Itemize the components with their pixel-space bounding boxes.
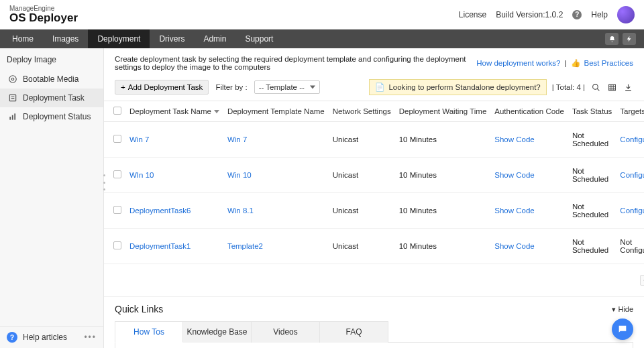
- col-template-name[interactable]: Deployment Template Name: [223, 101, 329, 122]
- task-name-link[interactable]: DeploymentTask1: [129, 242, 191, 250]
- table-view-icon[interactable]: [606, 82, 617, 92]
- show-code-link[interactable]: Show Code: [494, 171, 534, 179]
- how-deployment-works-link[interactable]: How deployment works?: [476, 59, 560, 67]
- network-settings: Unicast: [333, 242, 358, 250]
- col-wait[interactable]: Deployment Waiting Time: [395, 101, 491, 122]
- targets[interactable]: Configured: [620, 171, 644, 179]
- sidebar-item-label: Deployment Task: [23, 93, 85, 103]
- row-checkbox[interactable]: [113, 135, 121, 143]
- main-content: Create deployment task by selecting the …: [104, 48, 644, 348]
- toolbar: + Add Deployment Task Filter by : -- Tem…: [104, 76, 644, 101]
- table-row: DeploymentTask1Template2Unicast10 Minute…: [104, 229, 644, 264]
- prev-page-button[interactable]: ‹: [640, 275, 644, 286]
- show-code-link[interactable]: Show Code: [494, 242, 534, 250]
- row-checkbox[interactable]: [113, 241, 121, 249]
- targets[interactable]: Configured: [620, 135, 644, 143]
- task-status: Not Scheduled: [572, 167, 608, 183]
- help-icon[interactable]: ?: [572, 10, 582, 19]
- help-link[interactable]: Help: [591, 10, 608, 19]
- task-status: Not Scheduled: [572, 131, 608, 148]
- sidebar-item-deployment-task[interactable]: Deployment Task: [0, 89, 103, 107]
- svg-point-1: [11, 78, 14, 80]
- add-deployment-task-button[interactable]: + Add Deployment Task: [115, 80, 209, 95]
- page-description: Create deployment task by selecting the …: [115, 55, 470, 71]
- separator: |: [565, 59, 567, 67]
- nav-admin[interactable]: Admin: [194, 30, 235, 48]
- sidebar-item-label: Bootable Media: [23, 74, 78, 84]
- chat-fab[interactable]: [612, 318, 633, 340]
- svg-rect-5: [14, 113, 15, 119]
- nav-images[interactable]: Images: [43, 30, 88, 48]
- col-status[interactable]: Task Status: [568, 101, 616, 122]
- page-description-row: Create deployment task by selecting the …: [104, 48, 644, 76]
- top-header: ManageEngine OS Deployer License Build V…: [0, 0, 644, 30]
- best-practices-link[interactable]: Best Practices: [584, 59, 634, 67]
- show-code-link[interactable]: Show Code: [494, 135, 534, 143]
- help-articles-button[interactable]: ? Help articles: [7, 332, 67, 343]
- filter-template-select[interactable]: -- Template --: [254, 80, 320, 94]
- table-row: DeploymentTask6Win 8.1Unicast10 MinutesS…: [104, 193, 644, 229]
- row-checkbox[interactable]: [113, 170, 121, 178]
- waiting-time: 10 Minutes: [399, 207, 437, 215]
- filter-value: -- Template --: [259, 83, 305, 91]
- license-link[interactable]: License: [459, 10, 486, 19]
- avatar[interactable]: [617, 6, 635, 23]
- template-name-link[interactable]: Win 10: [227, 171, 252, 179]
- top-right: License Build Version:1.0.2 ? Help: [459, 6, 635, 23]
- sidebar: Deploy Image Bootable Media Deployment T…: [0, 48, 104, 348]
- template-name-link[interactable]: Win 8.1: [227, 207, 254, 215]
- search-icon[interactable]: [590, 82, 601, 92]
- task-status: Not Scheduled: [572, 238, 608, 254]
- nav-home[interactable]: Home: [3, 30, 43, 48]
- tab-videos[interactable]: Videos: [252, 321, 320, 343]
- sidebar-item-bootable-media[interactable]: Bootable Media: [0, 70, 103, 89]
- nav-deployment[interactable]: Deployment: [88, 30, 150, 48]
- tab-how-tos[interactable]: How Tos: [115, 321, 183, 343]
- quick-links-body: How to perform Hardware independent depl…: [115, 342, 633, 348]
- nav-support[interactable]: Support: [235, 30, 282, 48]
- task-status: Not Scheduled: [572, 202, 608, 219]
- quick-action-icon[interactable]: [623, 33, 636, 45]
- waiting-time: 10 Minutes: [399, 242, 437, 250]
- tab-knowledge-base[interactable]: Knowledge Base: [183, 321, 252, 343]
- col-auth[interactable]: Authentication Code: [490, 101, 568, 122]
- col-task-name[interactable]: Deployment Task Name: [125, 101, 223, 122]
- total-count: | Total: 4 |: [552, 83, 585, 91]
- svg-rect-3: [9, 117, 11, 120]
- table-row: Win 7Win 7Unicast10 MinutesShow CodeNot …: [104, 122, 644, 158]
- task-name-link[interactable]: Win 7: [129, 135, 149, 143]
- more-options-icon[interactable]: •••: [84, 333, 97, 342]
- col-targets[interactable]: Targets: [616, 101, 644, 122]
- hide-quick-links-button[interactable]: ▾ Hide: [612, 305, 633, 314]
- add-button-label: Add Deployment Task: [128, 83, 203, 91]
- sidebar-bottom: ? Help articles •••: [0, 326, 103, 348]
- main-nav: Home Images Deployment Drivers Admin Sup…: [0, 30, 644, 48]
- sidebar-item-deployment-status[interactable]: Deployment Status: [0, 107, 103, 126]
- svg-rect-7: [608, 84, 615, 91]
- filter-label: Filter by :: [215, 83, 247, 91]
- task-icon: [8, 93, 17, 103]
- template-name-link[interactable]: Template2: [227, 242, 263, 250]
- plus-icon: +: [121, 83, 125, 91]
- network-settings: Unicast: [333, 171, 358, 179]
- select-all-checkbox[interactable]: [113, 107, 121, 115]
- standalone-deployment-banner[interactable]: 📄 Looking to perform Standalone deployme…: [369, 79, 546, 95]
- waiting-time: 10 Minutes: [399, 171, 437, 179]
- table-header-row: Deployment Task Name Deployment Template…: [104, 101, 644, 122]
- nav-drivers[interactable]: Drivers: [150, 30, 194, 48]
- waiting-time: 10 Minutes: [399, 135, 437, 143]
- standalone-text: Looking to perform Standalone deployment…: [388, 83, 540, 91]
- pagination: ‹ 1 - 4 of 4 › 25 ›: [108, 274, 644, 287]
- show-code-link[interactable]: Show Code: [494, 207, 534, 215]
- col-network[interactable]: Network Settings: [329, 101, 395, 122]
- tab-faq[interactable]: FAQ: [320, 321, 388, 343]
- targets[interactable]: Configured: [620, 207, 644, 215]
- task-name-link[interactable]: WIn 10: [129, 171, 154, 179]
- template-name-link[interactable]: Win 7: [227, 135, 247, 143]
- sidebar-resize-handle[interactable]: [101, 174, 107, 190]
- export-icon[interactable]: [623, 82, 633, 92]
- row-checkbox[interactable]: [113, 206, 121, 214]
- notifications-icon[interactable]: [605, 33, 619, 45]
- nav-right: [605, 33, 641, 45]
- task-name-link[interactable]: DeploymentTask6: [129, 207, 191, 215]
